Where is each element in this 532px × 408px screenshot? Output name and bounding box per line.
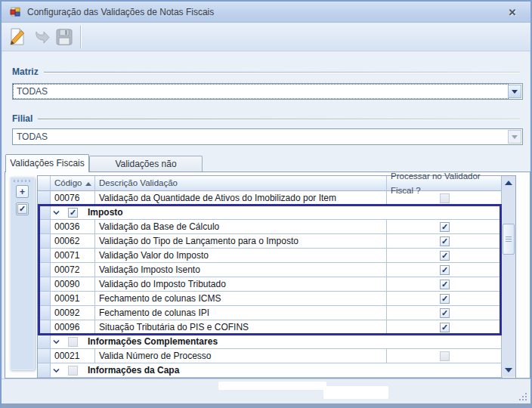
descricao-cell[interactable]: Fechamento de colunas IPI: [95, 306, 387, 320]
grid-row[interactable]: 00072Validação Imposto Isento✓: [38, 263, 515, 277]
grid-row[interactable]: 00071Validação Valor do Imposto✓: [38, 249, 515, 263]
title-bar[interactable]: Configuração das Validações de Notas Fis…: [2, 2, 530, 23]
header-codigo[interactable]: Código: [51, 176, 95, 191]
processar-cell[interactable]: ✓: [387, 249, 503, 263]
header-processar[interactable]: Processar no Validador Fiscal ?: [387, 176, 503, 191]
row-indicator[interactable]: [38, 277, 51, 292]
row-checkbox[interactable]: ✓: [440, 308, 450, 318]
row-checkbox[interactable]: [440, 193, 450, 203]
row-indicator[interactable]: [38, 349, 51, 363]
redaction-patch: [218, 382, 326, 390]
processar-cell[interactable]: ✓: [387, 306, 503, 320]
descricao-cell[interactable]: Valida Número de Processo: [95, 349, 387, 363]
group-cell[interactable]: Informações Complementares: [51, 335, 503, 349]
descricao-cell[interactable]: Validação do Tipo de Lançamento para o I…: [95, 234, 387, 249]
tab-validacoes-fiscais[interactable]: Validações Fiscais: [5, 154, 89, 172]
grid-group-row[interactable]: Informações da Capa: [38, 363, 515, 378]
chevron-expanded-icon[interactable]: [53, 210, 60, 215]
row-checkbox[interactable]: ✓: [440, 251, 450, 261]
codigo-cell[interactable]: 00090: [51, 277, 95, 292]
grid-row[interactable]: 00036Validação da Base de Cálculo✓: [38, 220, 515, 234]
filial-dropdown-button[interactable]: [508, 130, 521, 144]
codigo-cell[interactable]: 00072: [51, 263, 95, 277]
row-indicator[interactable]: [38, 335, 51, 349]
triangle-down-icon: [505, 368, 512, 372]
row-indicator[interactable]: [38, 206, 51, 220]
group-cell[interactable]: ✓Imposto: [51, 206, 503, 220]
row-checkbox[interactable]: ✓: [440, 294, 450, 304]
row-indicator[interactable]: [38, 306, 51, 320]
grid-row[interactable]: 00090Validação do Imposto Tributado✓: [38, 277, 515, 292]
tab-validacoes-nao-configuraveis[interactable]: Validações não Configuráveis: [89, 156, 203, 172]
row-checkbox[interactable]: ✓: [440, 323, 450, 332]
codigo-cell[interactable]: 00036: [51, 220, 95, 234]
row-indicator[interactable]: [38, 292, 51, 306]
row-checkbox[interactable]: ✓: [440, 222, 450, 232]
processar-cell[interactable]: ✓: [387, 292, 503, 306]
row-indicator[interactable]: [38, 234, 51, 249]
grid-group-row[interactable]: Informações Complementares: [38, 335, 515, 349]
row-checkbox[interactable]: [68, 337, 78, 347]
scroll-up-button[interactable]: [502, 177, 515, 189]
descricao-cell[interactable]: Fechamento de colunas ICMS: [95, 292, 387, 306]
row-checkbox[interactable]: ✓: [68, 208, 78, 218]
processar-cell[interactable]: ✓: [387, 277, 503, 292]
descricao-cell[interactable]: Validação Valor do Imposto: [95, 249, 387, 263]
close-button[interactable]: ✕: [505, 5, 520, 19]
grid-row[interactable]: 00021Valida Número de Processo: [38, 349, 515, 363]
grid-body: 00076Validação da Quantidade de Ativos d…: [38, 191, 515, 378]
codigo-cell[interactable]: 00071: [51, 249, 95, 263]
row-indicator[interactable]: [38, 263, 51, 277]
processar-cell[interactable]: ✓: [387, 263, 503, 277]
processar-cell[interactable]: [387, 191, 503, 206]
descricao-cell[interactable]: Situação Tributária do PIS e COFINS: [95, 320, 387, 335]
processar-cell[interactable]: [387, 349, 503, 363]
matriz-combobox[interactable]: TODAS: [12, 83, 523, 100]
chevron-expanded-icon[interactable]: [53, 339, 60, 345]
descricao-cell[interactable]: Validação da Base de Cálculo: [95, 220, 387, 234]
descricao-cell[interactable]: Validação Imposto Isento: [95, 263, 387, 277]
header-descricao[interactable]: Descrição Validação: [95, 176, 387, 191]
row-checkbox[interactable]: [68, 366, 78, 376]
codigo-cell[interactable]: 00096: [51, 320, 95, 335]
save-button[interactable]: [52, 25, 76, 48]
matriz-dropdown-button[interactable]: [508, 85, 521, 98]
row-checkbox[interactable]: ✓: [440, 236, 450, 246]
grid-row[interactable]: 00091Fechamento de colunas ICMS✓: [38, 292, 515, 306]
filial-combobox[interactable]: TODAS: [12, 128, 523, 145]
resize-grip[interactable]: [525, 399, 527, 400]
grid-group-row[interactable]: ✓Imposto: [38, 206, 515, 220]
group-cell[interactable]: Informações da Capa: [51, 363, 503, 378]
grid-row[interactable]: 00092Fechamento de colunas IPI✓: [38, 306, 515, 320]
row-checkbox[interactable]: [440, 351, 450, 361]
panel-grip-icon[interactable]: [14, 180, 31, 182]
row-indicator[interactable]: [38, 249, 51, 263]
processar-cell[interactable]: ✓: [387, 220, 503, 234]
scroll-down-button[interactable]: [502, 364, 515, 376]
codigo-cell[interactable]: 00092: [51, 306, 95, 320]
edit-button[interactable]: [5, 25, 29, 48]
row-indicator[interactable]: [38, 320, 51, 335]
chevron-expanded-icon[interactable]: [53, 368, 60, 373]
vertical-scrollbar[interactable]: [501, 176, 515, 377]
codigo-cell[interactable]: 00021: [51, 349, 95, 363]
descricao-cell[interactable]: Validação do Imposto Tributado: [95, 277, 387, 292]
processar-cell[interactable]: ✓: [387, 234, 503, 249]
descricao-cell[interactable]: Validação da Quantidade de Ativos do Imo…: [95, 191, 387, 206]
scrollbar-thumb[interactable]: [503, 224, 515, 255]
row-indicator[interactable]: [38, 191, 51, 206]
row-checkbox[interactable]: ✓: [440, 280, 450, 289]
row-indicator[interactable]: [38, 363, 51, 378]
codigo-cell[interactable]: 00062: [51, 234, 95, 249]
row-checkbox[interactable]: ✓: [440, 265, 450, 275]
processar-cell[interactable]: ✓: [387, 320, 503, 335]
grid-row[interactable]: 00062Validação do Tipo de Lançamento par…: [38, 234, 515, 249]
codigo-cell[interactable]: 00091: [51, 292, 95, 306]
expand-all-button[interactable]: +: [16, 185, 29, 198]
check-all-button[interactable]: ✓: [16, 202, 29, 215]
codigo-cell[interactable]: 00076: [51, 191, 95, 206]
row-indicator[interactable]: [38, 220, 51, 234]
undo-button[interactable]: [29, 25, 52, 48]
grid-row[interactable]: 00076Validação da Quantidade de Ativos d…: [38, 191, 515, 206]
grid-row[interactable]: 00096Situação Tributária do PIS e COFINS…: [38, 320, 515, 335]
